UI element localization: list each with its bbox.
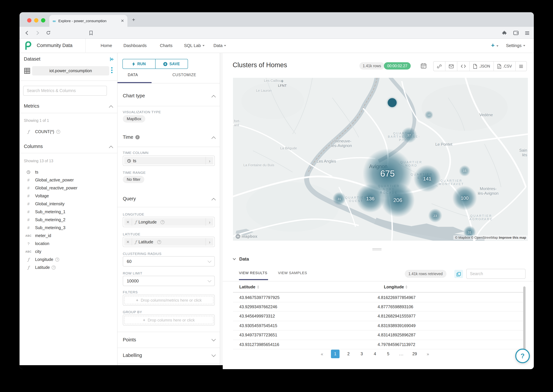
collapse-metrics-icon[interactable] xyxy=(109,105,113,109)
nav-item-charts[interactable]: Charts xyxy=(160,43,173,48)
forward-icon[interactable] xyxy=(35,30,40,36)
improve-map-link[interactable]: Improve this map xyxy=(499,236,526,239)
cluster-136[interactable]: 136 xyxy=(356,184,385,213)
nav-item-home[interactable]: Home xyxy=(101,43,112,48)
save-button[interactable]: SAVE xyxy=(155,59,188,69)
viz-type-value[interactable]: MapBox xyxy=(123,115,145,123)
column-ts[interactable]: ts xyxy=(20,168,117,176)
clustering-radius-select[interactable]: 60 xyxy=(123,256,215,266)
cluster-31[interactable]: 31 xyxy=(332,192,346,205)
column-voltage[interactable]: #Voltage xyxy=(20,192,117,200)
latitude-field[interactable]: ✕ ƒLatitude? › xyxy=(123,237,215,247)
expand-field-icon[interactable]: › xyxy=(206,238,214,246)
tab-data[interactable]: DATA xyxy=(128,73,138,77)
settings-menu[interactable]: Settings xyxy=(506,43,525,48)
column-city[interactable]: ABCcity xyxy=(20,248,117,256)
labelling-section[interactable]: Labelling xyxy=(123,353,142,358)
page-29[interactable]: 29 xyxy=(410,350,419,358)
nav-item-sql-lab[interactable]: SQL Lab xyxy=(184,43,205,48)
mapbox-chart[interactable]: Les CaillouxLFNTLe Lauronfort-ardLa Bégu… xyxy=(233,78,528,241)
cluster-141[interactable]: 141 xyxy=(414,165,441,192)
mail-button[interactable] xyxy=(445,62,457,71)
close-window-button[interactable] xyxy=(27,18,31,22)
cluster-23[interactable]: 23 xyxy=(428,209,442,223)
table-scrollbar[interactable] xyxy=(523,286,525,354)
page-1[interactable]: 1 xyxy=(331,350,339,358)
page-prev[interactable]: « xyxy=(318,350,326,358)
workspace-name[interactable]: Community Data xyxy=(37,43,72,48)
dataset-name[interactable]: iot.power_consumption xyxy=(32,66,109,76)
cluster-37[interactable]: 37 xyxy=(401,127,417,143)
bookmark-icon[interactable] xyxy=(89,30,93,37)
filters-dropzone[interactable]: +Drop columns/metrics here or click xyxy=(123,295,215,306)
page-2[interactable]: 2 xyxy=(344,350,353,358)
time-column-field[interactable]: ts › xyxy=(123,156,215,166)
export-json-button[interactable]: .JSON xyxy=(469,62,493,71)
tab-view-samples[interactable]: VIEW SAMPLES xyxy=(278,271,307,275)
back-icon[interactable] xyxy=(25,30,29,36)
add-new-button[interactable]: + xyxy=(491,42,498,49)
page-3[interactable]: 3 xyxy=(357,350,366,358)
row-limit-select[interactable]: 10000 xyxy=(123,276,215,286)
mapbox-logo[interactable]: mmapbox xyxy=(236,234,257,239)
time-range-value[interactable]: No filter xyxy=(123,176,145,183)
collapse-columns-icon[interactable] xyxy=(109,146,113,150)
cached-calendar-icon[interactable] xyxy=(421,63,427,70)
tab-view-results[interactable]: VIEW RESULTS xyxy=(239,271,267,275)
column-longitude[interactable]: ƒLongitude? xyxy=(20,256,117,264)
wallet-icon[interactable] xyxy=(513,30,518,36)
column-header-longitude[interactable]: Longitude xyxy=(384,285,408,289)
cluster-15[interactable]: 15 xyxy=(459,165,470,176)
extensions-icon[interactable] xyxy=(502,30,507,37)
collapse-query-icon[interactable] xyxy=(211,198,216,202)
run-button[interactable]: RUN xyxy=(123,59,155,69)
menu-icon[interactable] xyxy=(525,30,530,36)
export-csv-button[interactable]: .CSV xyxy=(493,62,515,71)
collapse-panel-icon[interactable] xyxy=(110,57,114,63)
column-meter_id[interactable]: ABCmeter_id xyxy=(20,232,117,240)
data-search-input[interactable] xyxy=(466,269,525,279)
remove-icon[interactable]: ✕ xyxy=(124,238,132,246)
reload-icon[interactable] xyxy=(46,30,51,36)
column-sub_metering_2[interactable]: #Sub_metering_2 xyxy=(20,216,117,224)
nav-item-data[interactable]: Data xyxy=(214,43,226,48)
column-latitude[interactable]: ƒLatitude? xyxy=(20,264,117,272)
cluster-10[interactable]: 10 xyxy=(425,111,433,119)
browser-tab[interactable]: ∞ Explore - power_consumption ✕ xyxy=(49,15,127,27)
close-tab-icon[interactable]: ✕ xyxy=(121,19,124,23)
column-sub_metering_1[interactable]: #Sub_metering_1 xyxy=(20,208,117,216)
collapse-time-icon[interactable] xyxy=(211,136,216,140)
menu-button[interactable] xyxy=(515,62,526,71)
table-row[interactable]: 43.9312739856541164.797845967113972 xyxy=(233,340,523,349)
panel-resize-handle[interactable] xyxy=(372,248,381,249)
page-next[interactable]: » xyxy=(424,350,432,358)
chart-title[interactable]: Clusters of Homes xyxy=(233,61,287,69)
column-sub_metering_3[interactable]: #Sub_metering_3 xyxy=(20,224,117,232)
cluster-dot[interactable] xyxy=(388,98,397,107)
table-row[interactable]: 43.930545975454154.831938939169049 xyxy=(233,321,523,330)
code-button[interactable] xyxy=(457,62,469,71)
link-button[interactable] xyxy=(434,62,445,71)
remove-icon[interactable]: ✕ xyxy=(124,218,132,226)
nav-item-dashboards[interactable]: Dashboards xyxy=(124,43,147,48)
column-header-latitude[interactable]: Latitude xyxy=(239,285,259,289)
table-row[interactable]: 43.929934976622464.87776598893106 xyxy=(233,302,523,312)
group-by-dropzone[interactable]: +Drop columns here or click xyxy=(123,315,215,325)
cluster-100[interactable]: 100 xyxy=(452,186,477,210)
copy-data-button[interactable] xyxy=(454,270,463,278)
page-ellipsis[interactable]: ... xyxy=(397,350,406,358)
expand-labelling-icon[interactable] xyxy=(211,353,216,357)
search-metrics-columns-input[interactable] xyxy=(23,86,107,96)
table-row[interactable]: 43.949737977236514.831418925896287 xyxy=(233,331,523,340)
column-location[interactable]: ?location xyxy=(20,240,117,248)
expand-points-icon[interactable] xyxy=(211,337,216,341)
attribution-text[interactable]: © Mapbox © OpenStreetMap xyxy=(455,236,498,239)
new-tab-button[interactable]: + xyxy=(132,17,135,22)
zoom-window-button[interactable] xyxy=(41,18,45,22)
help-button[interactable]: ? xyxy=(515,349,530,363)
page-5[interactable]: 5 xyxy=(384,350,393,358)
column-global_active_power[interactable]: #Global_active_power xyxy=(20,176,117,184)
collapse-chart-type-icon[interactable] xyxy=(211,95,216,99)
expand-field-icon[interactable]: › xyxy=(206,157,214,165)
preset-logo[interactable] xyxy=(23,41,32,51)
